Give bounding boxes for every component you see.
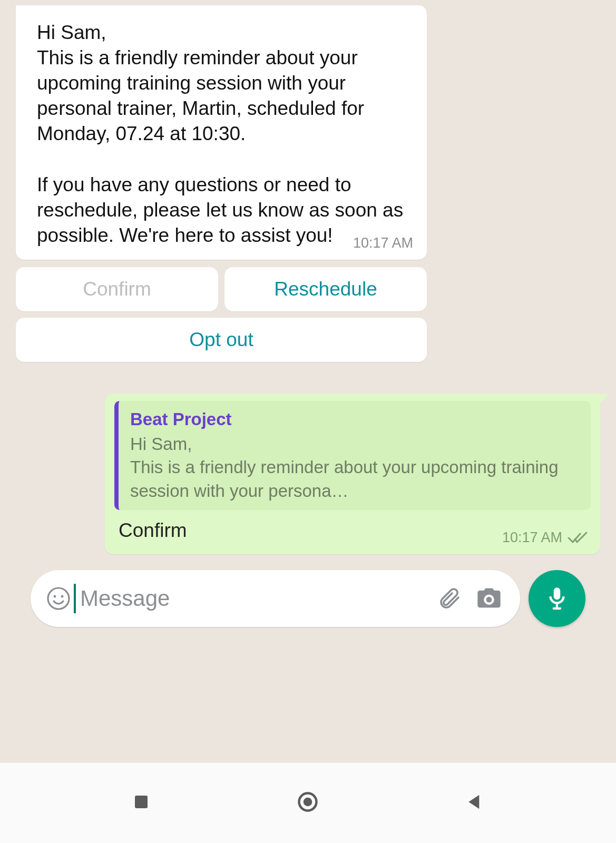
message-input[interactable]: Message [74, 570, 431, 627]
svg-rect-4 [553, 607, 562, 610]
outgoing-message-bubble[interactable]: Beat Project Hi Sam, This is a friendly … [105, 394, 600, 555]
reply-quote-text: Hi Sam, This is a friendly reminder abou… [130, 433, 579, 503]
android-recents-button[interactable] [118, 779, 165, 827]
camera-icon[interactable] [471, 585, 507, 612]
read-ticks-icon [568, 531, 589, 545]
incoming-message-time: 10:17 AM [353, 234, 413, 252]
android-nav-bar [0, 763, 616, 843]
svg-rect-3 [556, 604, 558, 607]
mic-button[interactable] [529, 570, 585, 627]
message-input-placeholder: Message [80, 586, 170, 611]
chat-area: Hi Sam, This is a friendly reminder abou… [0, 0, 616, 763]
confirm-button-label: Confirm [83, 278, 151, 300]
reschedule-button[interactable]: Reschedule [224, 267, 427, 311]
android-back-icon [464, 791, 485, 815]
emoji-icon[interactable] [43, 586, 74, 611]
android-home-icon [296, 790, 319, 816]
composer-row: Message [16, 570, 600, 640]
reply-quote-sender: Beat Project [130, 409, 579, 429]
message-input-container[interactable]: Message [31, 570, 520, 627]
quick-reply-group: Confirm Reschedule Opt out [16, 267, 427, 362]
attachment-icon[interactable] [431, 586, 467, 611]
reschedule-button-label: Reschedule [274, 278, 377, 300]
incoming-message-text: Hi Sam, This is a friendly reminder abou… [37, 20, 406, 248]
reply-quote-block[interactable]: Beat Project Hi Sam, This is a friendly … [114, 401, 591, 511]
confirm-button[interactable]: Confirm [16, 267, 218, 311]
mic-icon [544, 584, 570, 613]
incoming-message-bubble[interactable]: Hi Sam, This is a friendly reminder abou… [16, 5, 427, 260]
outgoing-message-time: 10:17 AM [502, 530, 562, 546]
svg-point-1 [54, 595, 56, 598]
svg-point-7 [304, 798, 312, 807]
android-home-button[interactable] [284, 779, 331, 827]
svg-rect-5 [135, 796, 148, 808]
outgoing-message-meta: 10:17 AM [502, 530, 589, 546]
svg-point-2 [61, 595, 64, 598]
outgoing-message-row: Beat Project Hi Sam, This is a friendly … [16, 394, 600, 555]
opt-out-button-label: Opt out [189, 329, 253, 351]
svg-point-0 [48, 588, 69, 609]
opt-out-button[interactable]: Opt out [16, 318, 427, 362]
bubble-tail [598, 394, 610, 405]
text-cursor [74, 584, 76, 613]
android-recents-icon [132, 792, 151, 813]
android-back-button[interactable] [451, 779, 498, 827]
